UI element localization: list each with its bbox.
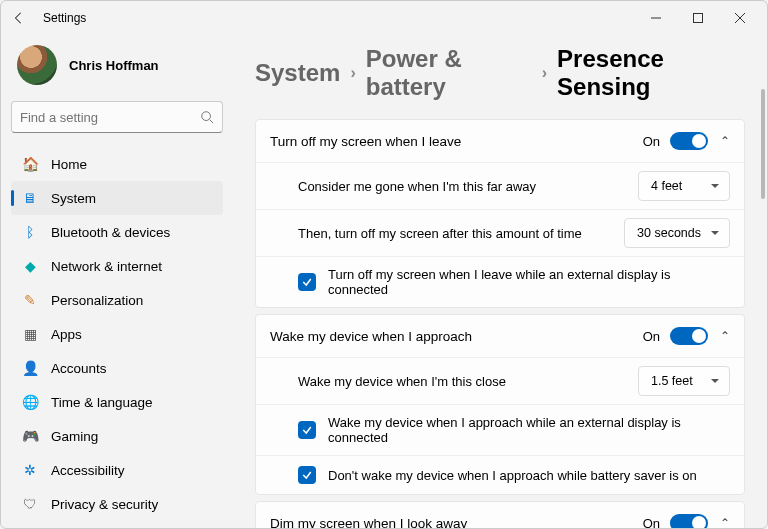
setting-subrow: Wake my device when I'm this close1.5 fe… (256, 357, 744, 404)
setting-title: Wake my device when I approach (270, 329, 643, 344)
sidebar-item-gaming[interactable]: 🎮Gaming (11, 419, 223, 453)
breadcrumb: System › Power & battery › Presence Sens… (255, 45, 745, 101)
sidebar-item-label: Privacy & security (51, 497, 158, 512)
gaming-icon: 🎮 (21, 427, 39, 445)
search-field[interactable] (11, 101, 223, 133)
setting-card: Dim my screen when I look awayOn⌃Dim my … (255, 501, 745, 528)
sidebar-item-label: Apps (51, 327, 82, 342)
personalization-icon: ✎ (21, 291, 39, 309)
setting-subrow: Then, turn off my screen after this amou… (256, 209, 744, 256)
sidebar-item-label: System (51, 191, 96, 206)
chevron-up-icon[interactable]: ⌃ (720, 134, 730, 148)
window-title: Settings (43, 11, 86, 25)
toggle-state-label: On (643, 134, 660, 149)
sidebar-item-label: Time & language (51, 395, 153, 410)
sidebar-item-personalization[interactable]: ✎Personalization (11, 283, 223, 317)
sidebar-item-label: Gaming (51, 429, 98, 444)
sidebar-item-time-language[interactable]: 🌐Time & language (11, 385, 223, 419)
crumb-system[interactable]: System (255, 59, 340, 87)
checkbox[interactable] (298, 466, 316, 484)
setting-title: Dim my screen when I look away (270, 516, 643, 529)
accessibility-icon: ✲ (21, 461, 39, 479)
minimize-button[interactable] (635, 3, 677, 33)
sidebar-item-label: Network & internet (51, 259, 162, 274)
checkbox-label: Wake my device when I approach while an … (328, 415, 730, 445)
toggle-switch[interactable] (670, 514, 708, 528)
checkbox[interactable] (298, 421, 316, 439)
sidebar-item-accessibility[interactable]: ✲Accessibility (11, 453, 223, 487)
search-icon (200, 110, 214, 124)
close-button[interactable] (719, 3, 761, 33)
sidebar-item-apps[interactable]: ▦Apps (11, 317, 223, 351)
sidebar-item-bluetooth-devices[interactable]: ᛒBluetooth & devices (11, 215, 223, 249)
checkbox[interactable] (298, 273, 316, 291)
maximize-button[interactable] (677, 3, 719, 33)
privacy-security-icon: 🛡 (21, 495, 39, 513)
back-button[interactable] (7, 6, 31, 30)
chevron-up-icon[interactable]: ⌃ (720, 329, 730, 343)
sidebar-item-windows-update[interactable]: ⟳Windows Update (11, 521, 223, 528)
setting-card-header[interactable]: Wake my device when I approachOn⌃ (256, 315, 744, 357)
chevron-right-icon: › (350, 64, 355, 82)
svg-point-2 (202, 112, 211, 121)
toggle-state-label: On (643, 516, 660, 529)
apps-icon: ▦ (21, 325, 39, 343)
sidebar-item-label: Accessibility (51, 463, 125, 478)
setting-card: Turn off my screen when I leaveOn⌃Consid… (255, 119, 745, 308)
setting-checkrow: Turn off my screen when I leave while an… (256, 256, 744, 307)
dropdown[interactable]: 4 feet (638, 171, 730, 201)
setting-sublabel: Wake my device when I'm this close (298, 374, 638, 389)
setting-checkrow: Wake my device when I approach while an … (256, 404, 744, 455)
setting-checkrow: Don't wake my device when I approach whi… (256, 455, 744, 494)
time-language-icon: 🌐 (21, 393, 39, 411)
user-block[interactable]: Chris Hoffman (11, 39, 223, 101)
sidebar-item-system[interactable]: 🖥System (11, 181, 223, 215)
crumb-power[interactable]: Power & battery (366, 45, 532, 101)
sidebar-item-home[interactable]: 🏠Home (11, 147, 223, 181)
setting-sublabel: Consider me gone when I'm this far away (298, 179, 638, 194)
checkbox-label: Turn off my screen when I leave while an… (328, 267, 730, 297)
search-input[interactable] (20, 110, 200, 125)
sidebar-item-privacy-security[interactable]: 🛡Privacy & security (11, 487, 223, 521)
setting-subrow: Consider me gone when I'm this far away4… (256, 162, 744, 209)
content-pane: System › Power & battery › Presence Sens… (233, 35, 767, 528)
sidebar-item-network-internet[interactable]: ◆Network & internet (11, 249, 223, 283)
dropdown[interactable]: 1.5 feet (638, 366, 730, 396)
toggle-switch[interactable] (670, 327, 708, 345)
system-icon: 🖥 (21, 189, 39, 207)
sidebar-item-accounts[interactable]: 👤Accounts (11, 351, 223, 385)
chevron-right-icon: › (542, 64, 547, 82)
svg-rect-1 (694, 14, 703, 23)
sidebar-item-label: Accounts (51, 361, 107, 376)
setting-sublabel: Then, turn off my screen after this amou… (298, 226, 624, 241)
svg-line-3 (210, 120, 214, 124)
titlebar: Settings (1, 1, 767, 35)
chevron-up-icon[interactable]: ⌃ (720, 516, 730, 528)
crumb-presence: Presence Sensing (557, 45, 745, 101)
checkbox-label: Don't wake my device when I approach whi… (328, 468, 697, 483)
home-icon: 🏠 (21, 155, 39, 173)
setting-title: Turn off my screen when I leave (270, 134, 643, 149)
setting-card-header[interactable]: Turn off my screen when I leaveOn⌃ (256, 120, 744, 162)
user-name: Chris Hoffman (69, 58, 159, 73)
sidebar-item-label: Home (51, 157, 87, 172)
sidebar-item-label: Personalization (51, 293, 143, 308)
bluetooth-devices-icon: ᛒ (21, 223, 39, 241)
scrollbar[interactable] (761, 89, 765, 524)
dropdown[interactable]: 30 seconds (624, 218, 730, 248)
scrollbar-thumb[interactable] (761, 89, 765, 199)
avatar (17, 45, 57, 85)
setting-card-header[interactable]: Dim my screen when I look awayOn⌃ (256, 502, 744, 528)
network-internet-icon: ◆ (21, 257, 39, 275)
sidebar: Chris Hoffman 🏠Home🖥SystemᛒBluetooth & d… (1, 35, 233, 528)
sidebar-item-label: Bluetooth & devices (51, 225, 170, 240)
toggle-state-label: On (643, 329, 660, 344)
accounts-icon: 👤 (21, 359, 39, 377)
toggle-switch[interactable] (670, 132, 708, 150)
setting-card: Wake my device when I approachOn⌃Wake my… (255, 314, 745, 495)
